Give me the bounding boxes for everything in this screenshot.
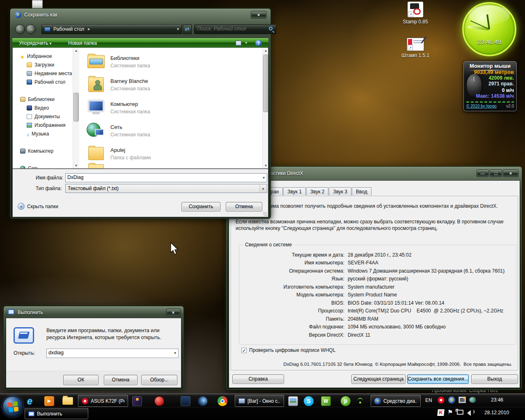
internet-explorer-icon[interactable]: e <box>27 396 37 406</box>
task-asus[interactable]: ASUS K72F (Pe... <box>78 395 128 407</box>
address-bar[interactable]: Рабочий стол ▸ ▾ <box>41 24 182 34</box>
document-icon[interactable] <box>32 0 43 9</box>
whql-checkbox[interactable]: ✓ <box>241 348 247 353</box>
file-row-apulej[interactable]: Apulej Папка с файлами <box>79 145 260 166</box>
dropdown-icon[interactable]: ▾ <box>263 175 265 180</box>
language-indicator[interactable]: EN <box>425 397 432 403</box>
close-button[interactable]: × <box>251 11 266 18</box>
sidebar-item-desktop[interactable]: Рабочий стол <box>27 79 65 85</box>
file-type-combobox[interactable]: Текстовый файл (*.txt) ▾ <box>65 184 267 193</box>
kaspersky-icon[interactable]: K <box>437 409 445 416</box>
views-dropdown-icon[interactable]: ▾ <box>245 41 247 45</box>
save-button[interactable]: Сохранить <box>181 202 220 211</box>
address-dropdown-icon[interactable]: ▾ <box>177 27 179 31</box>
task-bar-window[interactable]: [Bar] - Окно с... <box>235 395 284 407</box>
file-row-libraries[interactable]: Библиотеки Системная папка <box>79 53 260 74</box>
app-icon[interactable] <box>132 396 142 406</box>
file-row-computer[interactable]: Компьютер Системная папка <box>79 99 260 120</box>
webmoney-icon[interactable]: W <box>321 396 331 406</box>
sidebar-item-pictures[interactable]: Изображения <box>27 122 65 128</box>
app-icon[interactable] <box>181 396 190 406</box>
sidebar-item-network[interactable]: Сеть <box>20 165 39 169</box>
ok-button[interactable]: ОК <box>63 375 99 385</box>
tray-date[interactable]: 28.12.2010 <box>484 410 509 415</box>
daemon-tray-icon[interactable]: ⚡ <box>448 397 455 404</box>
sidebar-item-computer[interactable]: Компьютер <box>20 148 53 154</box>
organize-menu[interactable]: Упорядочить ▾ <box>19 40 51 46</box>
next-page-button[interactable]: Следующая страница <box>351 374 406 384</box>
mouse-monitor-gadget[interactable]: Монитор мыши 9033,49 метров 42009 лев. 2… <box>463 61 517 111</box>
dropdown-icon[interactable]: ▾ <box>259 185 266 192</box>
tab-sound1[interactable]: Звук 1 <box>283 187 306 195</box>
wifi-icon[interactable] <box>357 398 364 404</box>
search-box[interactable] <box>194 24 276 34</box>
close-button[interactable]: × <box>503 170 518 177</box>
search-icon[interactable] <box>269 27 273 30</box>
file-row-user[interactable]: Barney Blanche Системная папка <box>79 76 260 97</box>
save-all-button[interactable]: Сохранить все сведения... <box>407 374 469 384</box>
daemon-tools-icon[interactable] <box>198 396 208 406</box>
refresh-button[interactable]: ⇄ <box>183 24 192 34</box>
clock-gadget[interactable]: 23:46:49 <box>462 2 516 56</box>
sidebar-item-videos[interactable]: Видео <box>27 105 49 111</box>
sidebar-item-libraries[interactable]: Библиотеки <box>20 96 55 102</box>
tab-sound3[interactable]: Звук 3 <box>329 187 351 195</box>
volume-icon[interactable] <box>467 409 474 415</box>
utorrent-icon[interactable]: µ <box>341 396 351 406</box>
tab-input[interactable]: Ввод <box>352 187 371 195</box>
new-folder-button[interactable]: Новая папка <box>68 40 97 46</box>
media-player-icon[interactable]: ▶ <box>44 396 54 406</box>
scrollbar-thumb[interactable] <box>73 93 79 122</box>
resize-grip[interactable] <box>263 212 267 216</box>
desktop-icon-stamp[interactable]: ↗ Stamp 0.85 <box>399 2 432 25</box>
hide-folders-button[interactable]: ▲ Скрыть папки <box>18 203 58 210</box>
action-center-flag-icon[interactable]: ⚑ <box>447 409 453 416</box>
copyright-link[interactable]: © 2010 by Igogo <box>466 104 497 108</box>
browse-button[interactable]: Обзор... <box>141 375 177 385</box>
dropdown-icon[interactable]: ▾ <box>174 351 176 355</box>
chrome-icon[interactable] <box>218 396 227 406</box>
fish-tray-icon[interactable] <box>469 397 476 403</box>
forward-button[interactable]: → <box>26 24 36 34</box>
sidebar-item-documents[interactable]: Документы <box>27 114 60 119</box>
image-viewer-icon[interactable] <box>288 396 298 406</box>
scroll-down-icon[interactable]: ▼ <box>73 163 79 169</box>
app-icon[interactable] <box>154 396 164 406</box>
tray-time[interactable]: 23:46 <box>491 397 503 403</box>
desktop-icon-shtamp[interactable]: ↗ Штамп 1.5.1 <box>399 38 432 58</box>
sidebar-scrollbar[interactable]: ▲ ▼ <box>73 48 79 169</box>
network-tray-icon[interactable] <box>457 410 463 415</box>
file-name-input[interactable] <box>67 174 252 180</box>
cancel-button[interactable]: Отмена <box>104 375 138 385</box>
tab-sound2[interactable]: Звук 2 <box>306 187 329 195</box>
minimize-button[interactable]: — <box>477 170 489 177</box>
close-button[interactable]: × <box>166 309 180 316</box>
start-button[interactable] <box>2 396 23 417</box>
cancel-button[interactable]: Отмена <box>226 202 262 211</box>
sidebar-item-downloads[interactable]: Загрузки <box>27 62 54 68</box>
task-run[interactable]: Выполнить <box>25 408 88 419</box>
sidebar-item-recent[interactable]: Недавние места <box>27 71 72 76</box>
explorer-icon[interactable] <box>62 397 73 405</box>
views-icon[interactable] <box>236 41 241 46</box>
file-row-network[interactable]: Сеть Системная папка <box>79 122 260 143</box>
skype-icon[interactable]: S <box>304 396 314 406</box>
open-input[interactable] <box>48 350 167 356</box>
help-button[interactable]: Справка <box>232 374 284 384</box>
back-button[interactable]: ← <box>15 24 25 34</box>
crumb-arrow-icon[interactable]: ▸ <box>88 26 90 32</box>
scroll-up-icon[interactable]: ▲ <box>73 48 79 54</box>
opera-tray-icon[interactable] <box>438 397 445 404</box>
open-combobox[interactable]: ▾ <box>46 349 179 358</box>
task-dxdiag[interactable]: × Средство диа... <box>371 395 421 407</box>
exit-button[interactable]: Выход <box>471 374 518 384</box>
search-input[interactable] <box>197 26 263 32</box>
maximize-button[interactable]: □ <box>490 170 502 177</box>
help-icon[interactable]: ? <box>255 40 262 46</box>
scroll-down-icon[interactable]: ▼ <box>263 163 268 169</box>
sidebar-item-favorites[interactable]: ★Избранное <box>20 53 52 59</box>
scrollbar-thumb[interactable] <box>263 55 268 112</box>
list-scrollbar[interactable]: ▲ ▼ <box>262 48 268 169</box>
file-name-combobox[interactable]: ▾ <box>65 173 267 182</box>
scroll-up-icon[interactable]: ▲ <box>263 48 268 54</box>
